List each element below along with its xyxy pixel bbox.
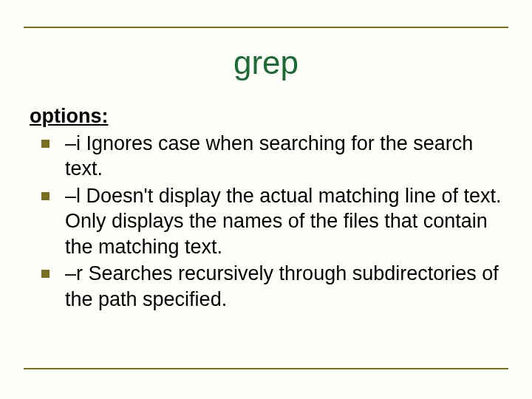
slide-title: grep <box>225 44 307 81</box>
slide: grep options: –i Ignores case when searc… <box>0 0 532 399</box>
list-item: –l Doesn't display the actual matching l… <box>30 183 502 260</box>
list-item-text: –l Doesn't display the actual matching l… <box>65 185 501 258</box>
list-item: –r Searches recursively through subdirec… <box>30 261 502 312</box>
list-item-text: –r Searches recursively through subdirec… <box>65 262 499 310</box>
bullet-icon <box>41 270 50 278</box>
bullet-icon <box>41 140 50 148</box>
content-area: options: –i Ignores case when searching … <box>30 103 502 313</box>
title-area: grep <box>0 44 532 81</box>
top-divider <box>24 27 508 28</box>
bullet-icon <box>41 192 50 200</box>
list-item-text: –i Ignores case when searching for the s… <box>65 132 473 180</box>
section-heading: options: <box>30 103 502 129</box>
options-list: –i Ignores case when searching for the s… <box>30 131 502 313</box>
bottom-divider <box>24 368 508 369</box>
list-item: –i Ignores case when searching for the s… <box>30 131 502 182</box>
